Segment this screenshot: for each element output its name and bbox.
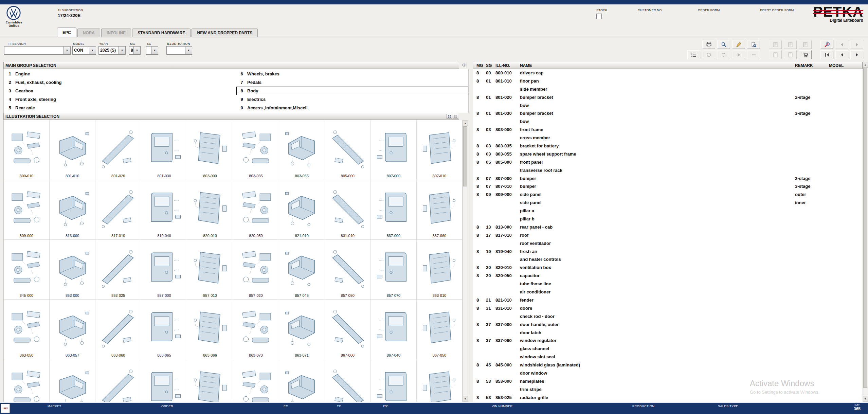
table-row[interactable]: door latch xyxy=(473,329,863,337)
illustration-thumbnail-807-000[interactable]: 807-000 xyxy=(371,120,417,180)
table-row-821-010[interactable]: 821821-010fender xyxy=(473,296,863,304)
scroll-down-icon[interactable]: ▼ xyxy=(863,396,868,401)
table-row[interactable]: and heater controls xyxy=(473,255,863,264)
table-row[interactable]: window slot seal xyxy=(473,353,863,361)
mg-select[interactable]: 8 ▼ xyxy=(129,46,141,55)
table-row[interactable]: trim stripe xyxy=(473,385,863,394)
depot-order-form-label[interactable]: DEPOT ORDER FORM xyxy=(760,8,794,12)
scroll-down-icon[interactable]: ▼ xyxy=(463,396,468,401)
illustration-thumbnail-820-010[interactable]: 820-010 xyxy=(187,180,233,240)
zoom-selection-button[interactable] xyxy=(717,40,730,49)
illustration-thumbnail[interactable] xyxy=(4,359,50,402)
fi-search-input[interactable]: ▼ xyxy=(4,46,71,55)
chevron-down-icon[interactable]: ▼ xyxy=(185,47,192,54)
illustration-thumbnail-863-066[interactable]: 863-066 xyxy=(187,300,233,359)
illustration-thumbnail[interactable] xyxy=(141,359,187,402)
illustration-thumbnail-801-030[interactable]: 801-030 xyxy=(141,120,187,180)
model-select[interactable]: CON ▼ xyxy=(72,46,96,55)
part-locator-button[interactable] xyxy=(820,40,833,49)
table-row-813-000[interactable]: 813813-000rear panel - cab xyxy=(473,223,863,231)
table-row-817-010[interactable]: 817817-010roof xyxy=(473,231,863,239)
illustration-thumbnail-867-040[interactable]: 867-040 xyxy=(371,300,417,359)
grid-view-icon[interactable] xyxy=(447,114,452,119)
illustration-thumbnail-863-057[interactable]: 863-057 xyxy=(50,300,95,359)
table-row[interactable]: pillar a xyxy=(473,207,863,215)
illustration-thumbnail-863-010[interactable]: 863-010 xyxy=(417,240,463,300)
illustration-thumbnail-821-010[interactable]: 821-010 xyxy=(279,180,325,240)
illustration-thumbnail[interactable] xyxy=(325,359,371,402)
illustration-thumbnail-819-040[interactable]: 819-040 xyxy=(141,180,187,240)
illustration-thumbnail-809-000[interactable]: 809-000 xyxy=(4,180,50,240)
previous-page-button[interactable] xyxy=(835,50,848,59)
illustration-thumbnail-863-065[interactable]: 863-065 xyxy=(141,300,187,359)
list-view-icon[interactable] xyxy=(453,114,458,119)
parts-list-button[interactable] xyxy=(687,50,700,59)
table-row[interactable]: roof ventilador xyxy=(473,239,863,248)
illustration-thumbnail-800-010[interactable]: 800-010 xyxy=(4,120,50,180)
main-group-item-2[interactable]: 2Fuel, exhaust, cooling xyxy=(4,78,229,87)
table-row-803-000[interactable]: 803803-000front frame xyxy=(473,126,863,134)
stock-checkbox[interactable] xyxy=(596,14,602,19)
table-row-837-060[interactable]: 837837-060window regulator xyxy=(473,337,863,345)
table-row-805-000[interactable]: 805805-000front panel xyxy=(473,158,863,166)
table-row-809-000[interactable]: 809809-000side panelouter xyxy=(473,191,863,199)
first-page-button[interactable] xyxy=(820,50,833,59)
illustration-thumbnail[interactable] xyxy=(371,359,417,402)
illustration-thumbnail-857-050[interactable]: 857-050 xyxy=(325,240,371,300)
table-row-820-010[interactable]: 820820-010ventilation box xyxy=(473,264,863,272)
illustration-thumbnail-831-010[interactable]: 831-010 xyxy=(325,180,371,240)
main-group-item-4[interactable]: 4Front axle, steering xyxy=(4,95,229,104)
table-row-801-010[interactable]: 801801-010floor pan xyxy=(473,77,863,85)
table-row[interactable]: glass channel xyxy=(473,345,863,353)
illustration-select[interactable]: ▼ xyxy=(166,46,192,55)
scroll-up-icon[interactable]: ▲ xyxy=(863,62,868,68)
scrollbar-thumb[interactable] xyxy=(863,68,867,388)
highlight-button[interactable] xyxy=(732,40,745,49)
tab-new-and-dropped-parts[interactable]: NEW AND DROPPED PARTS xyxy=(192,29,258,37)
table-row[interactable]: bow xyxy=(473,102,863,110)
table-row-807-000[interactable]: 807807-000bumper2-stage xyxy=(473,175,863,183)
main-group-item-5[interactable]: 5Rear axle xyxy=(4,104,229,112)
parts-table-scrollbar[interactable]: ▲ ▼ xyxy=(863,62,868,402)
illustration-thumbnail[interactable] xyxy=(417,359,463,402)
zoom-document-button[interactable] xyxy=(747,40,760,49)
main-group-item-3[interactable]: 3Gearbox xyxy=(4,87,229,95)
scrollbar-thumb[interactable] xyxy=(463,126,467,186)
table-row-820-050[interactable]: 820820-050capacitor xyxy=(473,272,863,280)
illustration-thumbnail-803-055[interactable]: 803-055 xyxy=(279,120,325,180)
chevron-down-icon[interactable]: ▼ xyxy=(151,47,158,54)
language-indicator[interactable]: LEX xyxy=(1,404,10,413)
order-form-label[interactable]: ORDER FORM xyxy=(698,8,720,12)
chevron-down-icon[interactable]: ▼ xyxy=(64,47,70,54)
table-row-837-000[interactable]: 837837-000door handle, outer xyxy=(473,321,863,329)
tab-epc[interactable]: EPC xyxy=(57,28,76,37)
scroll-up-icon[interactable]: ▲ xyxy=(463,121,468,126)
illustration-thumbnail-801-010[interactable]: 801-010 xyxy=(50,120,95,180)
illustration-thumbnail-803-000[interactable]: 803-000 xyxy=(187,120,233,180)
illustration-thumbnail-857-010[interactable]: 857-010 xyxy=(187,240,233,300)
table-row-803-055[interactable]: 803803-055spare wheel support frame xyxy=(473,150,863,158)
main-group-item-0[interactable]: 0Access.,Infotainment,Miscell. xyxy=(236,104,468,112)
chevron-down-icon[interactable]: ▼ xyxy=(119,47,125,54)
table-row[interactable]: check rod - door xyxy=(473,312,863,321)
table-row[interactable]: tube-/hose line xyxy=(473,280,863,288)
table-row-853-000[interactable]: 853853-000nameplates xyxy=(473,377,863,385)
next-page-button[interactable] xyxy=(850,50,863,59)
table-row-803-035[interactable]: 803803-035bracket for battery xyxy=(473,142,863,150)
table-row-800-010[interactable]: 800800-010drivers cap xyxy=(473,69,863,77)
illustration-thumbnail-853-025[interactable]: 853-025 xyxy=(95,240,141,300)
illustration-thumbnail-845-000[interactable]: 845-000 xyxy=(4,240,50,300)
illustration-thumbnail-837-000[interactable]: 837-000 xyxy=(371,180,417,240)
order-cart-button[interactable] xyxy=(799,50,812,59)
table-row[interactable]: cross member xyxy=(473,134,863,142)
illustration-thumbnail[interactable] xyxy=(279,359,325,402)
illustration-thumbnail-857-070[interactable]: 857-070 xyxy=(371,240,417,300)
illustration-thumbnail-857-000[interactable]: 857-000 xyxy=(141,240,187,300)
illustration-thumbnail-803-035[interactable]: 803-035 xyxy=(233,120,279,180)
illustration-thumbnail-867-000[interactable]: 867-000 xyxy=(325,300,371,359)
illustration-thumbnail[interactable] xyxy=(50,359,95,402)
illustration-thumbnail-853-000[interactable]: 853-000 xyxy=(50,240,95,300)
table-row[interactable]: door window xyxy=(473,369,863,377)
main-group-item-1[interactable]: 1Engine xyxy=(4,70,229,78)
illustration-thumbnail-857-045[interactable]: 857-045 xyxy=(279,240,325,300)
